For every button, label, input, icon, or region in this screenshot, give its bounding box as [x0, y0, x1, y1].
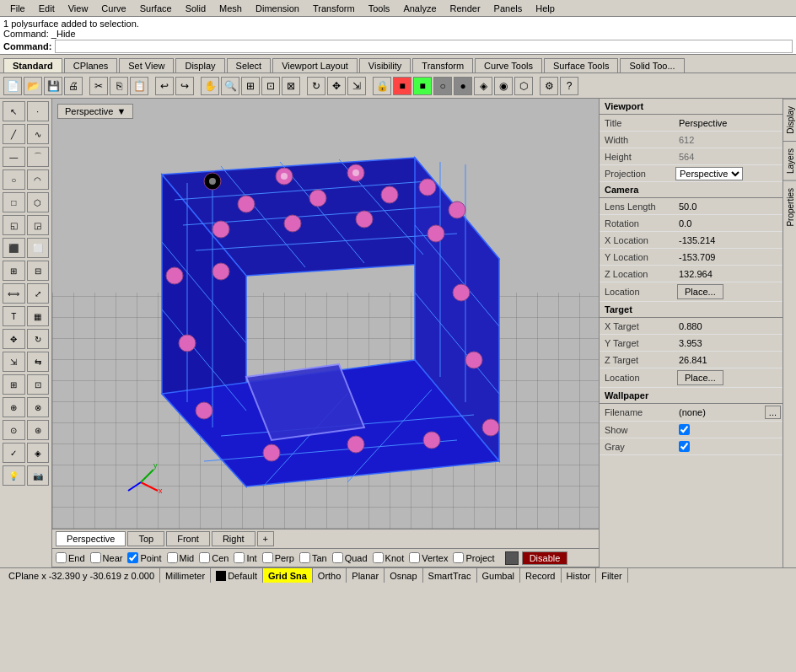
lt-arc[interactable]: ◠ [27, 169, 50, 190]
menu-view[interactable]: View [62, 2, 95, 15]
lt-dim2[interactable]: ⤢ [27, 283, 50, 304]
prop-projection-select[interactable]: Perspective Parallel [675, 167, 743, 180]
lt-move[interactable]: ✥ [3, 329, 25, 349]
menu-transform[interactable]: Transform [306, 2, 362, 15]
side-tab-properties[interactable]: Properties [783, 180, 796, 234]
tab-viewport-layout[interactable]: Viewport Layout [272, 58, 358, 73]
vp-tab-right[interactable]: Right [212, 531, 255, 546]
tb-color3[interactable]: ○ [433, 77, 452, 95]
snap-end-check[interactable] [56, 552, 67, 563]
tb-paste[interactable]: 📋 [130, 77, 148, 95]
tb-redo[interactable]: ↪ [175, 77, 194, 95]
status-smarttrac[interactable]: SmartTrac [423, 568, 477, 583]
lt-boolean1[interactable]: ⊕ [3, 397, 25, 417]
lt-snap[interactable]: ⊙ [3, 420, 25, 440]
lt-scale[interactable]: ⇲ [3, 352, 25, 372]
status-grid[interactable]: Grid Sna [263, 568, 313, 583]
menu-dimension[interactable]: Dimension [249, 2, 306, 15]
lt-array[interactable]: ⊞ [3, 374, 25, 395]
tab-curve-tools[interactable]: Curve Tools [475, 58, 542, 73]
tb-save[interactable]: 💾 [44, 77, 62, 95]
tb-open[interactable]: 📂 [24, 77, 42, 95]
lt-rotate[interactable]: ↻ [27, 329, 50, 349]
lt-solid2[interactable]: ⬜ [27, 238, 50, 258]
menu-curve[interactable]: Curve [94, 2, 132, 15]
menu-panels[interactable]: Panels [487, 2, 530, 15]
menu-analyze[interactable]: Analyze [396, 2, 443, 15]
tb-lock[interactable]: 🔒 [373, 77, 391, 95]
lt-surface1[interactable]: ◱ [3, 215, 25, 235]
lt-line[interactable]: — [3, 147, 25, 167]
lt-curve2[interactable]: ∿ [27, 124, 50, 144]
tb-zoom-ext[interactable]: ⊡ [261, 77, 280, 95]
status-filter[interactable]: Filter [596, 568, 627, 583]
tb-move[interactable]: ✥ [327, 77, 346, 95]
tab-surface-tools[interactable]: Surface Tools [544, 58, 618, 73]
menu-surface[interactable]: Surface [133, 2, 179, 15]
lt-camera[interactable]: 📷 [27, 465, 50, 486]
snap-tan-check[interactable] [299, 552, 310, 563]
snap-quad-check[interactable] [332, 552, 343, 563]
lt-mesh1[interactable]: ⊞ [3, 261, 25, 281]
tb-undo[interactable]: ↩ [155, 77, 174, 95]
status-histor[interactable]: Histor [562, 568, 597, 583]
lt-points[interactable]: · [27, 101, 50, 121]
side-tab-layers[interactable]: Layers [783, 141, 796, 180]
status-ortho[interactable]: Ortho [313, 568, 347, 583]
tb-pan[interactable]: ✋ [201, 77, 219, 95]
tb-zoom[interactable]: 🔍 [221, 77, 239, 95]
tb-print[interactable]: 🖨 [64, 77, 83, 95]
lt-polygon[interactable]: ⬡ [27, 192, 50, 212]
snap-mid-check[interactable] [167, 552, 178, 563]
vp-tab-top[interactable]: Top [127, 531, 164, 546]
prop-filename-btn[interactable]: ... [765, 406, 781, 419]
lt-annotate[interactable]: T [3, 306, 25, 326]
tb-zoom-win[interactable]: ⊞ [241, 77, 260, 95]
tab-transform[interactable]: Transform [412, 58, 473, 73]
tb-color1[interactable]: ■ [393, 77, 411, 95]
menu-tools[interactable]: Tools [362, 2, 397, 15]
tab-standard[interactable]: Standard [3, 58, 62, 73]
snap-perp-check[interactable] [262, 552, 273, 563]
prop-cam-place-btn[interactable]: Place... [677, 284, 723, 299]
viewport-label[interactable]: Perspective ▼ [57, 104, 133, 119]
lt-curve1[interactable]: ╱ [3, 124, 25, 144]
menu-edit[interactable]: Edit [32, 2, 62, 15]
tb-cut[interactable]: ✂ [89, 77, 108, 95]
prop-tgt-place-btn[interactable]: Place... [677, 370, 723, 385]
tab-visibility[interactable]: Visibility [359, 58, 411, 73]
vp-tab-front[interactable]: Front [166, 531, 210, 546]
lt-solid1[interactable]: ⬛ [3, 238, 25, 258]
menu-mesh[interactable]: Mesh [212, 2, 249, 15]
cmd-input[interactable] [55, 40, 793, 53]
vp-tab-perspective[interactable]: Perspective [56, 531, 126, 546]
snap-project-check[interactable] [453, 552, 464, 563]
status-record[interactable]: Record [520, 568, 561, 583]
prop-gray-check[interactable] [679, 441, 690, 452]
menu-file[interactable]: File [3, 2, 32, 15]
tab-display[interactable]: Display [175, 58, 224, 73]
tb-obj2[interactable]: ◉ [494, 77, 513, 95]
tb-obj1[interactable]: ◈ [474, 77, 492, 95]
lt-group[interactable]: ⊡ [27, 374, 50, 395]
lt-polyline[interactable]: ⌒ [27, 147, 50, 167]
tb-render[interactable]: ⬡ [514, 77, 533, 95]
menu-solid[interactable]: Solid [179, 2, 212, 15]
lt-circle[interactable]: ○ [3, 169, 25, 190]
snap-near-check[interactable] [90, 552, 101, 563]
lt-rect[interactable]: □ [3, 192, 25, 212]
menu-help[interactable]: Help [529, 2, 562, 15]
tb-sphere[interactable]: ● [454, 77, 472, 95]
lt-light[interactable]: 💡 [3, 465, 25, 486]
tb-zoom-sel[interactable]: ⊠ [282, 77, 300, 95]
menu-render[interactable]: Render [444, 2, 487, 15]
status-osnap[interactable]: Osnap [385, 568, 422, 583]
tb-new[interactable]: 📄 [3, 77, 22, 95]
side-tab-display[interactable]: Display [783, 99, 796, 141]
snap-disable-btn[interactable]: Disable [522, 551, 568, 565]
lt-dim1[interactable]: ⟺ [3, 283, 25, 304]
snap-int-check[interactable] [234, 552, 245, 563]
tab-cplanes[interactable]: CPlanes [64, 58, 118, 73]
tb-color2[interactable]: ■ [413, 77, 432, 95]
tab-setview[interactable]: Set View [119, 58, 174, 73]
